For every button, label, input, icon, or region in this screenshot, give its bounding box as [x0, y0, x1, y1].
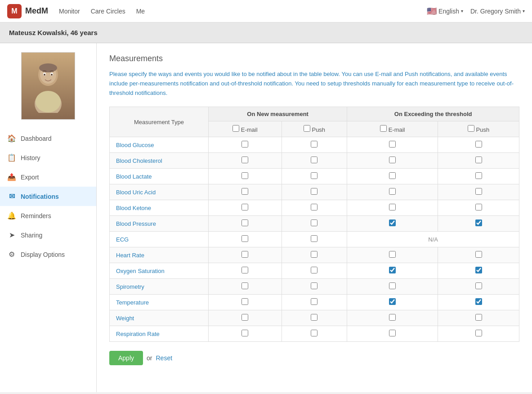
new_email-checkbox[interactable]	[241, 314, 248, 321]
exc_push-checkbox[interactable]	[475, 172, 482, 179]
new_push-checkbox[interactable]	[311, 204, 317, 210]
exc_push-checkbox[interactable]	[475, 298, 482, 305]
new_email-checkbox[interactable]	[241, 267, 248, 273]
sidebar-item-notifications[interactable]: ✉ Notifications	[0, 187, 96, 206]
table-row: Blood Glucose	[110, 137, 519, 153]
user-chevron: ▾	[523, 9, 525, 13]
new_push-checkbox[interactable]	[311, 282, 317, 289]
history-icon: 📋	[7, 153, 16, 162]
exc_email-checkbox[interactable]	[389, 219, 396, 226]
svg-point-4	[36, 91, 61, 112]
header-new-email-checkbox[interactable]	[232, 125, 239, 132]
new_email-checkbox[interactable]	[241, 188, 248, 195]
table-row: Respiration Rate	[110, 326, 519, 342]
exc_push-checkbox-cell	[438, 279, 519, 295]
svg-point-8	[51, 74, 53, 76]
logo-text: MedM	[25, 6, 48, 16]
measurement-type-cell: Blood Uric Acid	[110, 184, 209, 200]
exc_email-checkbox[interactable]	[389, 267, 396, 273]
new_push-checkbox[interactable]	[311, 314, 317, 321]
apply-button[interactable]: Apply	[109, 351, 143, 365]
exc_push-checkbox[interactable]	[475, 219, 482, 226]
col-sub-new-push: Push	[282, 121, 347, 137]
new_push-checkbox-cell	[282, 295, 347, 310]
table-row: Blood Lactate	[110, 169, 519, 184]
new_email-checkbox[interactable]	[241, 298, 248, 305]
top-navigation: M MedM Monitor Care Circles Me 🇺🇸 Englis…	[0, 0, 532, 22]
header-exc-email-checkbox[interactable]	[380, 125, 387, 132]
new_email-checkbox[interactable]	[241, 235, 248, 242]
new_email-checkbox[interactable]	[241, 141, 248, 148]
new_push-checkbox[interactable]	[311, 188, 317, 195]
new_push-checkbox[interactable]	[311, 141, 317, 148]
new_push-checkbox-cell	[282, 310, 347, 326]
new_push-checkbox[interactable]	[311, 298, 317, 305]
measurement-type-cell: Blood Cholesterol	[110, 153, 209, 169]
new_email-checkbox-cell	[209, 279, 282, 295]
exc_push-checkbox[interactable]	[475, 251, 482, 258]
nav-me[interactable]: Me	[136, 8, 145, 15]
sidebar-item-history[interactable]: 📋 History	[0, 148, 96, 167]
exc_email-checkbox[interactable]	[389, 314, 396, 321]
exc_email-checkbox[interactable]	[389, 298, 396, 305]
exc_push-checkbox[interactable]	[475, 330, 482, 336]
sidebar-label-notifications: Notifications	[21, 193, 59, 200]
logo[interactable]: M MedM	[7, 4, 48, 18]
exc_email-checkbox[interactable]	[389, 204, 396, 210]
new_push-checkbox[interactable]	[311, 157, 317, 163]
exc_email-checkbox[interactable]	[389, 330, 396, 336]
exc_email-checkbox[interactable]	[389, 172, 396, 179]
new_push-checkbox[interactable]	[311, 219, 317, 226]
exc_email-checkbox[interactable]	[389, 141, 396, 148]
exc_email-checkbox[interactable]	[389, 282, 396, 289]
exc_push-checkbox[interactable]	[475, 188, 482, 195]
exc_push-checkbox-cell	[438, 263, 519, 279]
exc_push-checkbox[interactable]	[475, 141, 482, 148]
table-row: Temperature	[110, 295, 519, 310]
header-new-push-checkbox[interactable]	[304, 125, 310, 132]
nav-care-circles[interactable]: Care Circles	[91, 8, 125, 15]
sidebar-item-reminders[interactable]: 🔔 Reminders	[0, 206, 96, 225]
exc_push-checkbox[interactable]	[475, 267, 482, 273]
exc_email-checkbox[interactable]	[389, 157, 396, 163]
new_email-checkbox[interactable]	[241, 157, 248, 163]
new_push-checkbox[interactable]	[311, 330, 317, 336]
exc_push-checkbox[interactable]	[475, 157, 482, 163]
sidebar-item-dashboard[interactable]: 🏠 Dashboard	[0, 129, 96, 148]
display-options-icon: ⚙	[7, 250, 16, 259]
measurement-type-cell: Respiration Rate	[110, 326, 209, 342]
nav-monitor[interactable]: Monitor	[59, 8, 80, 15]
sidebar-item-export[interactable]: 📤 Export	[0, 167, 96, 187]
language-selector[interactable]: 🇺🇸 English ▾	[427, 6, 463, 16]
new_push-checkbox-cell	[282, 326, 347, 342]
exc_push-checkbox[interactable]	[475, 204, 482, 210]
new_push-checkbox-cell	[282, 279, 347, 295]
new_push-checkbox[interactable]	[311, 251, 317, 258]
new_email-checkbox[interactable]	[241, 219, 248, 226]
exc_email-checkbox[interactable]	[389, 188, 396, 195]
exc_push-checkbox[interactable]	[475, 282, 482, 289]
new_email-checkbox[interactable]	[241, 282, 248, 289]
exc_email-checkbox-cell	[347, 326, 438, 342]
user-menu[interactable]: Dr. Gregory Smith ▾	[470, 8, 525, 15]
sidebar-item-sharing[interactable]: ➤ Sharing	[0, 225, 96, 245]
new_email-checkbox[interactable]	[241, 251, 248, 258]
measurement-type-cell: ECG	[110, 232, 209, 247]
sidebar-item-display-options[interactable]: ⚙ Display Options	[0, 245, 96, 264]
exc_push-checkbox-cell	[438, 184, 519, 200]
new_email-checkbox[interactable]	[241, 204, 248, 210]
reset-link[interactable]: Reset	[156, 354, 172, 362]
new_push-checkbox[interactable]	[311, 172, 317, 179]
measurement-type-cell: Temperature	[110, 295, 209, 310]
exc_email-checkbox-cell	[347, 295, 438, 310]
new_email-checkbox-cell	[209, 310, 282, 326]
new_email-checkbox[interactable]	[241, 172, 248, 179]
new_push-checkbox[interactable]	[311, 267, 317, 273]
new_email-checkbox[interactable]	[241, 330, 248, 336]
sidebar-label-dashboard: Dashboard	[21, 135, 52, 142]
exc_email-checkbox[interactable]	[389, 251, 396, 258]
new_push-checkbox[interactable]	[311, 235, 317, 242]
exc_push-checkbox-cell	[438, 200, 519, 216]
header-exc-push-checkbox[interactable]	[468, 125, 474, 132]
exc_push-checkbox[interactable]	[475, 314, 482, 321]
